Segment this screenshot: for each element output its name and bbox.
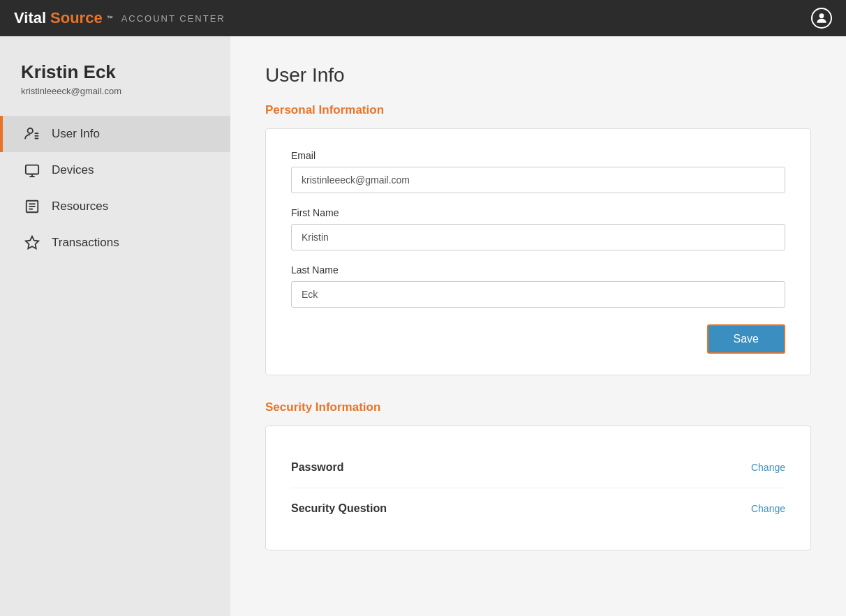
security-question-change-link[interactable]: Change (751, 503, 785, 514)
sidebar-email: kristinleeeck@gmail.com (21, 86, 209, 96)
sidebar-item-devices-label: Devices (52, 163, 94, 177)
sidebar-item-resources[interactable]: Resources (0, 188, 230, 225)
logo-account-text: ACCOUNT CENTER (121, 13, 225, 24)
sidebar: Kristin Eck kristinleeeck@gmail.com User… (0, 36, 230, 616)
email-input[interactable] (291, 167, 785, 193)
password-label: Password (291, 461, 344, 474)
password-row: Password Change (291, 447, 785, 488)
first-name-input[interactable] (291, 224, 785, 250)
first-name-label: First Name (291, 207, 785, 218)
security-question-label: Security Question (291, 502, 387, 515)
sidebar-user-info: Kristin Eck kristinleeeck@gmail.com (0, 36, 230, 116)
logo-source-text: Source (50, 9, 103, 27)
personal-info-card: Email First Name Last Name Save (265, 128, 811, 375)
security-info-section-title: Security Information (265, 400, 811, 414)
form-actions: Save (291, 324, 785, 354)
logo-vital-text: Vital (14, 9, 46, 27)
email-form-group: Email (291, 150, 785, 193)
transactions-icon (24, 234, 40, 251)
first-name-form-group: First Name (291, 207, 785, 250)
email-label: Email (291, 150, 785, 161)
devices-icon (24, 162, 40, 179)
save-button[interactable]: Save (707, 324, 785, 354)
security-question-row: Security Question Change (291, 488, 785, 529)
last-name-form-group: Last Name (291, 264, 785, 308)
app-layout: Kristin Eck kristinleeeck@gmail.com User… (0, 36, 846, 616)
svg-marker-12 (26, 236, 38, 248)
last-name-input[interactable] (291, 281, 785, 308)
logo: VitalSource™ ACCOUNT CENTER (14, 9, 225, 27)
sidebar-item-user-info[interactable]: User Info (0, 116, 230, 152)
personal-info-section-title: Personal Information (265, 103, 811, 117)
security-info-card: Password Change Security Question Change (265, 426, 811, 550)
user-info-icon (24, 126, 40, 142)
password-change-link[interactable]: Change (751, 462, 785, 473)
svg-point-1 (28, 128, 33, 133)
logo-tm: ™ (107, 15, 113, 22)
last-name-label: Last Name (291, 264, 785, 276)
page-title: User Info (265, 64, 811, 87)
sidebar-item-devices[interactable]: Devices (0, 152, 230, 188)
sidebar-item-resources-label: Resources (52, 200, 108, 213)
sidebar-username: Kristin Eck (21, 61, 209, 83)
app-header: VitalSource™ ACCOUNT CENTER (0, 0, 846, 36)
resources-icon (24, 198, 40, 215)
user-avatar-icon[interactable] (811, 8, 832, 29)
svg-rect-5 (26, 165, 38, 174)
sidebar-item-transactions-label: Transactions (52, 236, 119, 250)
main-content: User Info Personal Information Email Fir… (230, 36, 846, 616)
sidebar-item-transactions[interactable]: Transactions (0, 225, 230, 261)
sidebar-nav: User Info Devices (0, 116, 230, 261)
sidebar-item-user-info-label: User Info (52, 127, 100, 141)
svg-point-0 (819, 13, 824, 18)
